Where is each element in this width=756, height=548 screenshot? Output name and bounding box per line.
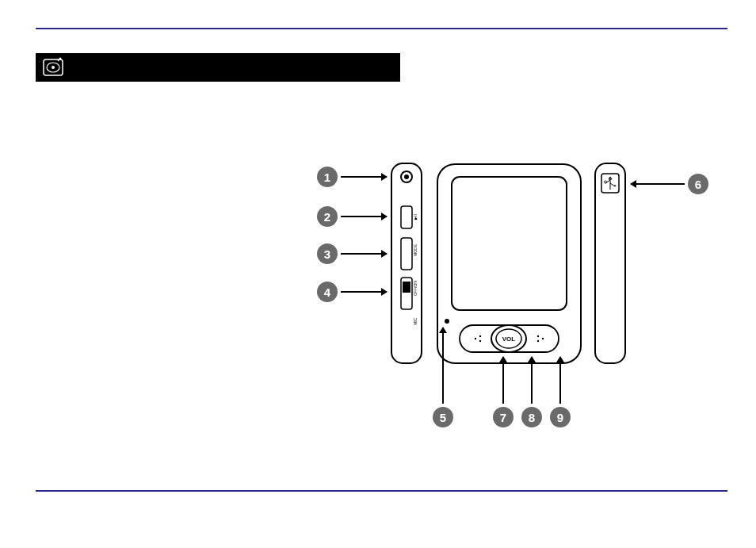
manual-page: ▶II MODE OFF/ON MIC bbox=[0, 0, 756, 548]
usb-port-icon bbox=[601, 174, 619, 193]
svg-rect-23 bbox=[595, 163, 625, 363]
section-title-bar bbox=[36, 53, 400, 82]
vol-button-label: VOL bbox=[502, 335, 516, 343]
side-play-icon-label: ▶II bbox=[413, 214, 418, 220]
callout-6: 6 bbox=[688, 174, 708, 194]
callout-9: 9 bbox=[550, 407, 571, 427]
callout-7-arrow bbox=[502, 357, 504, 404]
device-front-view: VOL bbox=[436, 163, 582, 365]
device-right-side-view bbox=[594, 163, 626, 365]
callout-8: 8 bbox=[521, 407, 542, 427]
svg-point-2 bbox=[52, 66, 55, 69]
svg-rect-8 bbox=[401, 238, 412, 270]
svg-rect-10 bbox=[403, 282, 410, 293]
device-side-view: ▶II MODE OFF/ON MIC bbox=[391, 163, 422, 365]
callout-6-arrow bbox=[631, 183, 685, 185]
callout-3: 3 bbox=[317, 243, 338, 264]
callout-5-arrow bbox=[442, 328, 444, 404]
svg-point-13 bbox=[445, 319, 449, 324]
device-diagram: ▶II MODE OFF/ON MIC bbox=[341, 155, 753, 440]
svg-point-6 bbox=[404, 174, 409, 179]
side-mode-label: MODE bbox=[413, 243, 418, 256]
bottom-rule bbox=[36, 490, 727, 492]
callout-7: 7 bbox=[493, 407, 514, 427]
svg-point-17 bbox=[479, 340, 481, 342]
front-controls: VOL bbox=[460, 325, 559, 352]
side-offon-label: OFF/ON bbox=[413, 281, 418, 296]
svg-point-20 bbox=[537, 340, 539, 342]
callout-1-arrow bbox=[341, 176, 387, 178]
device-location-icon bbox=[42, 56, 64, 79]
callout-3-arrow bbox=[341, 253, 387, 255]
svg-point-18 bbox=[542, 338, 544, 339]
callout-4: 4 bbox=[317, 282, 338, 302]
callout-5: 5 bbox=[433, 407, 453, 427]
callout-8-arrow bbox=[531, 357, 533, 404]
svg-point-16 bbox=[479, 335, 481, 337]
callout-1: 1 bbox=[317, 167, 338, 187]
svg-point-3 bbox=[59, 58, 62, 60]
svg-rect-7 bbox=[401, 206, 412, 228]
side-mic-label: MIC bbox=[413, 317, 418, 325]
callout-2: 2 bbox=[317, 206, 338, 227]
callout-2-arrow bbox=[341, 216, 387, 217]
callout-4-arrow bbox=[341, 291, 387, 293]
svg-point-15 bbox=[475, 338, 476, 339]
callout-9-arrow bbox=[559, 357, 561, 404]
top-rule bbox=[36, 28, 727, 29]
svg-point-19 bbox=[537, 335, 539, 337]
svg-rect-12 bbox=[452, 177, 567, 310]
